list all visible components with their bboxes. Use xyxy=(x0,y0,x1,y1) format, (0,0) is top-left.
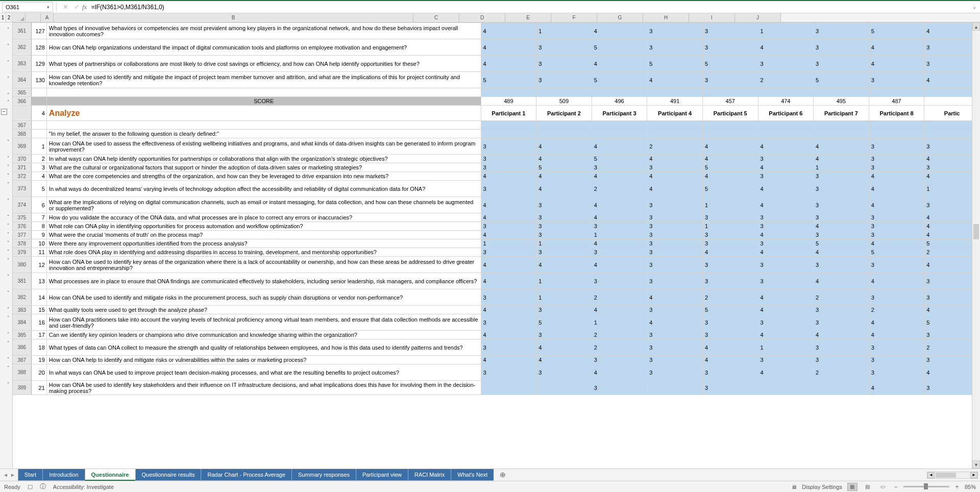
view-normal-icon[interactable]: ▦ xyxy=(847,483,857,491)
participant-header: Participant 1 xyxy=(481,106,536,121)
cancel-formula-icon[interactable]: ✕ xyxy=(60,3,71,11)
name-box-value: O361 xyxy=(6,4,19,10)
col-header-H[interactable]: H xyxy=(643,13,689,22)
name-box[interactable]: O361 ▾ xyxy=(2,2,53,12)
zoom-slider[interactable] xyxy=(903,486,949,487)
zoom-in-icon[interactable]: + xyxy=(954,483,960,490)
accessibility-icon[interactable]: ⓘ xyxy=(40,482,46,491)
vscroll-thumb[interactable] xyxy=(973,224,979,239)
macro-record-icon[interactable]: ▢ xyxy=(28,483,33,490)
col-header-I[interactable]: I xyxy=(689,13,735,22)
hscroll-left-icon[interactable]: ◄ xyxy=(927,472,935,478)
view-page-break-icon[interactable]: ▭ xyxy=(878,483,888,491)
view-page-layout-icon[interactable]: ▤ xyxy=(863,483,873,491)
participant-header: Participant 7 xyxy=(814,106,869,121)
zoom-value[interactable]: 85% xyxy=(965,484,976,490)
participant-header: Participant 8 xyxy=(869,106,924,121)
col-header-A[interactable]: A xyxy=(41,13,54,22)
sheet-tab-bar: ◄ ► StartIntroductionQuestionnaireQuesti… xyxy=(0,469,980,481)
formula-expand-icon[interactable]: ⌄ xyxy=(969,4,980,10)
hscroll-thumb[interactable] xyxy=(936,473,956,478)
sheet-tab-what-s-next[interactable]: What's Next xyxy=(451,469,494,481)
sheet-tab-start[interactable]: Start xyxy=(18,469,43,481)
col-header-J[interactable]: J xyxy=(735,13,781,22)
fx-icon[interactable]: fx xyxy=(82,3,87,11)
participant-header: Participant 6 xyxy=(758,106,814,121)
outline-level-1[interactable]: 1 xyxy=(0,13,6,22)
column-header-bar: 1 2 ABCDEFGHIJ xyxy=(0,13,980,22)
status-bar: Ready ▢ ⓘ Accessibility: Investigate 🖥 D… xyxy=(0,481,980,492)
sheet-tab-questionnaire-results[interactable]: Questionnaire results xyxy=(135,469,202,481)
outline-level-2[interactable]: 2 xyxy=(6,13,12,22)
sheet-tab-introduction[interactable]: Introduction xyxy=(42,469,85,481)
status-display-settings[interactable]: Display Settings xyxy=(802,484,842,490)
participant-header: Participant 4 xyxy=(647,106,703,121)
outline-collapse-icon[interactable]: − xyxy=(1,109,7,115)
sheet-tab-raci-matrix[interactable]: RACI Matrix xyxy=(408,469,451,481)
accept-formula-icon[interactable]: ✓ xyxy=(71,3,82,11)
formula-input[interactable]: =IF(N361>0,M361/N361,0) xyxy=(90,4,969,11)
outline-column: − xyxy=(0,22,13,469)
scroll-down-icon[interactable]: ▼ xyxy=(972,460,980,469)
select-all-corner[interactable] xyxy=(13,13,26,22)
horizontal-scrollbar[interactable]: ◄ ► xyxy=(927,472,978,479)
status-ready: Ready xyxy=(4,484,20,490)
col-header-B[interactable]: B xyxy=(54,13,413,22)
scroll-up-icon[interactable]: ▲ xyxy=(972,22,980,31)
col-header-C[interactable]: C xyxy=(413,13,459,22)
participant-header: Participant 2 xyxy=(536,106,592,121)
tab-nav-buttons: ◄ ► xyxy=(0,472,18,478)
outline-level-buttons: 1 2 xyxy=(0,13,13,22)
sheet-tab-questionnaire[interactable]: Questionnaire xyxy=(85,469,136,481)
display-settings-icon[interactable]: 🖥 xyxy=(791,484,797,490)
participant-header: Participant 5 xyxy=(702,106,758,121)
col-header-E[interactable]: E xyxy=(505,13,551,22)
col-header-F[interactable]: F xyxy=(551,13,597,22)
col-header-D[interactable]: D xyxy=(459,13,505,22)
name-box-dropdown-icon[interactable]: ▾ xyxy=(47,5,50,10)
col-header-G[interactable]: G xyxy=(597,13,643,22)
status-accessibility[interactable]: Accessibility: Investigate xyxy=(53,484,114,490)
tab-nav-prev-icon[interactable]: ◄ xyxy=(3,472,8,478)
spreadsheet-grid[interactable]: 361127What types of innovative behaviors… xyxy=(13,22,980,469)
add-sheet-icon[interactable]: ⊕ xyxy=(494,469,512,481)
hscroll-right-icon[interactable]: ► xyxy=(970,472,977,478)
sheet-tab-summary-responses[interactable]: Summary responses xyxy=(291,469,356,481)
sheet-tab-radar-chart-process-average[interactable]: Radar Chart - Process Average xyxy=(201,469,292,481)
tab-nav-next-icon[interactable]: ► xyxy=(10,472,15,478)
vertical-scrollbar[interactable]: ▲ ▼ xyxy=(972,22,980,469)
formula-bar: O361 ▾ ✕ ✓ fx =IF(N361>0,M361/N361,0) ⌄ xyxy=(0,1,980,13)
zoom-out-icon[interactable]: − xyxy=(893,483,898,490)
participant-header: Participant 3 xyxy=(592,106,647,121)
sheet-tab-participant-view[interactable]: Participant view xyxy=(356,469,408,481)
